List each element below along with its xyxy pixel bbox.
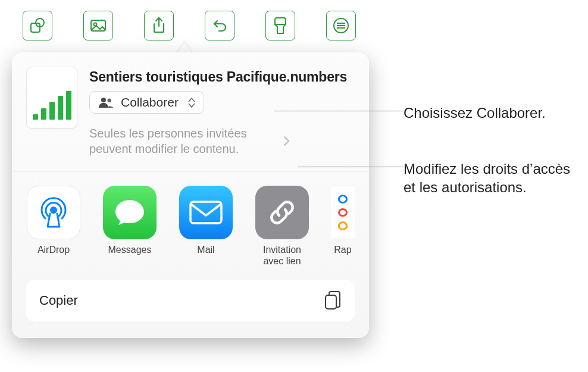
share-apps-row: AirDrop Messages Mail	[12, 171, 369, 280]
toolbar-shapes-button[interactable]	[23, 11, 52, 40]
permission-description: Seules les personnes invitées peuvent mo…	[89, 126, 280, 157]
messages-icon	[103, 186, 157, 239]
app-invite-link[interactable]: Invitation avec lien	[255, 186, 309, 267]
link-icon	[255, 186, 309, 239]
toolbar-format-button[interactable]	[265, 11, 295, 40]
chevron-right-icon	[283, 136, 290, 146]
svg-rect-11	[190, 202, 221, 223]
mail-icon	[179, 186, 233, 239]
chart-glyph-icon	[33, 91, 71, 120]
svg-rect-0	[31, 23, 40, 32]
app-reminders[interactable]: Rap	[331, 186, 355, 267]
app-airdrop[interactable]: AirDrop	[26, 186, 81, 267]
app-label: Mail	[197, 244, 214, 255]
callout-choose-collaborate: Choisissez Collaborer.	[404, 104, 546, 122]
toolbar-share-button[interactable]	[144, 11, 174, 40]
app-messages[interactable]: Messages	[102, 186, 157, 267]
copy-icon	[324, 290, 342, 311]
svg-point-9	[107, 99, 111, 103]
svg-point-8	[101, 98, 106, 102]
reminders-icon	[331, 186, 355, 239]
share-sheet-popover: Sentiers touristiques Pacifique.numbers …	[12, 52, 369, 338]
app-label: Messages	[108, 244, 152, 255]
app-label: Rap	[334, 244, 351, 255]
svg-rect-12	[326, 295, 336, 309]
document-thumbnail	[26, 67, 77, 129]
app-label: Invitation avec lien	[255, 244, 309, 267]
toolbar-media-button[interactable]	[83, 11, 113, 40]
copy-action[interactable]: Copier	[26, 280, 355, 321]
app-toolbar	[5, 5, 386, 46]
callout-change-permissions: Modifiez les droits d’accès et les autor…	[404, 160, 582, 196]
toolbar-undo-button[interactable]	[205, 11, 234, 40]
document-title: Sentiers touristiques Pacifique.numbers	[89, 67, 355, 91]
airdrop-icon	[27, 186, 80, 239]
svg-point-10	[50, 207, 57, 214]
collaborate-dropdown[interactable]: Collaborer	[89, 91, 204, 114]
toolbar-more-button[interactable]	[326, 11, 356, 40]
app-label: AirDrop	[37, 244, 70, 255]
app-mail[interactable]: Mail	[179, 186, 233, 267]
people-icon	[98, 96, 114, 108]
permission-settings-button[interactable]: Seules les personnes invitées peuvent mo…	[89, 126, 355, 157]
collaborate-label: Collaborer	[121, 95, 179, 110]
svg-rect-2	[91, 20, 105, 31]
dropdown-caret-icon	[188, 98, 195, 108]
copy-label: Copier	[39, 293, 78, 308]
